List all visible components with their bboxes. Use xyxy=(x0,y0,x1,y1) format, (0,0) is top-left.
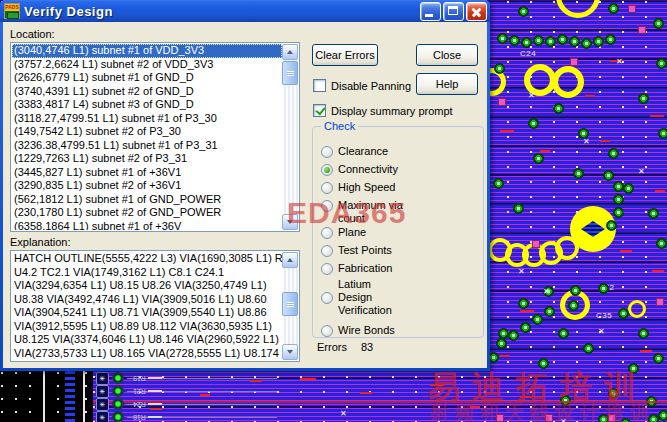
pcb-component-row: R18 xyxy=(93,411,283,422)
location-item[interactable]: (3290,835 L1) subnet #2 of +36V1 xyxy=(12,179,282,193)
pads-app-icon: PADS xyxy=(4,3,20,19)
pcb-rdash xyxy=(540,150,550,152)
location-item[interactable]: (2626,6779 L1) subnet #1 of GND_D xyxy=(12,71,282,85)
location-item[interactable]: (3757.2,6624 L1) subnet #2 of VDD_3V3 xyxy=(12,58,282,72)
pcb-component-row: R21 xyxy=(93,385,283,398)
pcb-gdot xyxy=(528,118,539,129)
screen: C24 T2 C35 ✕✕✕✕✕✕✕✕✕ R19 R21 R24 R18 xyxy=(0,0,667,422)
close-button[interactable] xyxy=(466,2,487,21)
explanation-line[interactable]: VIA(3904,5241 L1) U8.71 VIA(3909,5540 L1… xyxy=(12,306,282,320)
location-item[interactable]: (3740,4391 L1) subnet #2 of GND_D xyxy=(12,85,282,99)
scrollbar-thumb[interactable] xyxy=(282,61,298,85)
explanation-scrollbar[interactable] xyxy=(282,252,298,360)
pcb-gdot xyxy=(653,18,664,29)
explanation-line[interactable]: VIA(3294,6354 L1) U8.15 U8.26 VIA(3250,4… xyxy=(12,279,282,293)
scroll-up-icon[interactable] xyxy=(282,252,298,268)
explanation-line[interactable]: VIA(3912,5595 L1) U8.89 U8.112 VIA(3630,… xyxy=(12,320,282,334)
component-icon xyxy=(96,372,109,385)
pcb-ref-label: C24 xyxy=(520,50,536,58)
via-icon xyxy=(112,385,124,397)
scroll-up-icon[interactable] xyxy=(282,44,298,60)
display-summary-label: Display summary prompt xyxy=(331,105,453,117)
location-item[interactable]: (3383,4817 L4) subnet #3 of GND_D xyxy=(12,98,282,112)
radio-row-wire-bonds[interactable]: Wire Bonds xyxy=(321,324,395,337)
chinese-watermark-line2: 射频和天线设计培训 xyxy=(430,400,655,422)
pcb-gdot xyxy=(544,306,555,317)
location-item[interactable]: (149,7542 L1) subnet #2 of P3_30 xyxy=(12,125,282,139)
radio-row-clearance[interactable]: Clearance xyxy=(321,145,388,158)
titlebar[interactable]: PADS Verify Design xyxy=(0,0,490,22)
disable-panning-checkbox[interactable] xyxy=(313,79,326,92)
explanation-listbox[interactable]: HATCH OUTLINE(5555,4222 L3) VIA(1690,308… xyxy=(10,250,300,362)
pcb-xmark: ✕ xyxy=(616,58,623,66)
pcb-gdot xyxy=(573,168,584,179)
scroll-down-icon[interactable] xyxy=(282,344,298,360)
pcb-gdot xyxy=(568,300,579,311)
explanation-line[interactable]: VIA(2733,5733 L1) U8.165 VIA(2728,5555 L… xyxy=(12,347,282,361)
radio-row-connectivity[interactable]: Connectivity xyxy=(321,163,398,176)
pcb-gdot xyxy=(518,298,529,309)
pcb-gdot xyxy=(608,3,619,14)
pcb-rdash xyxy=(300,378,316,380)
close-dialog-button[interactable]: Close xyxy=(416,44,478,66)
pcb-gdot xyxy=(605,34,616,45)
pcb-rdash xyxy=(620,250,632,252)
pcb-xmark: ✕ xyxy=(543,288,550,296)
pcb-gdot xyxy=(658,410,667,421)
pcb-gdot xyxy=(618,308,629,319)
pcb-rdash xyxy=(640,350,652,352)
location-item[interactable]: (230,1780 L1) subnet #2 of GND_POWER xyxy=(12,206,282,220)
pcb-rdash xyxy=(655,190,665,192)
disable-panning-label: Disable Panning xyxy=(331,80,411,92)
pcb-gdot xyxy=(581,38,592,49)
explanation-line[interactable]: HATCH OUTLINE(5555,4222 L3) VIA(1690,308… xyxy=(12,252,282,266)
pcb-gdot xyxy=(613,181,624,192)
pcb-gdot xyxy=(598,283,609,294)
display-summary-checkbox[interactable] xyxy=(313,104,326,117)
location-item[interactable]: (3040,4746 L1) subnet #1 of VDD_3V3 xyxy=(12,44,282,58)
test-points-radio[interactable] xyxy=(321,245,333,257)
clearance-radio[interactable] xyxy=(321,146,333,158)
wire-bonds-radio[interactable] xyxy=(321,325,333,337)
pcb-pad-ring xyxy=(552,66,584,98)
pcb-xmark: ✕ xyxy=(598,328,605,336)
location-item[interactable]: (1229,7263 L1) subnet #2 of P3_31 xyxy=(12,152,282,166)
pcb-rdash xyxy=(650,115,664,117)
pcb-gdot xyxy=(520,322,531,333)
location-item[interactable]: (3236.38,4799.51 L1) subnet #1 of P3_31 xyxy=(12,139,282,153)
radio-row-test-points[interactable]: Test Points xyxy=(321,244,392,257)
location-label: Location: xyxy=(10,28,55,40)
maximize-button[interactable] xyxy=(443,2,464,21)
pcb-gdot xyxy=(658,128,667,139)
pcb-gdot xyxy=(656,238,667,249)
component-icon xyxy=(96,398,109,411)
radio-row-latium[interactable]: Latium Design Verification xyxy=(321,278,396,317)
high-speed-radio[interactable] xyxy=(321,182,333,194)
location-item[interactable]: (3445,827 L1) subnet #1 of +36V1 xyxy=(12,166,282,180)
pcb-gdot xyxy=(653,353,664,364)
pcb-rdash xyxy=(520,310,534,312)
pcb-gdot xyxy=(656,58,667,69)
location-item[interactable]: (3118.27,4799.51 L1) subnet #1 of P3_30 xyxy=(12,112,282,126)
radio-row-fabrication[interactable]: Fabrication xyxy=(321,262,392,275)
explanation-line[interactable]: U4.2 TC2.1 VIA(1749,3162 L1) C8.1 C24.1 xyxy=(12,266,282,280)
minimize-button[interactable] xyxy=(420,2,441,21)
pcb-gdot xyxy=(532,314,543,325)
scrollbar-thumb[interactable] xyxy=(282,292,298,316)
connectivity-radio[interactable] xyxy=(321,164,333,176)
location-item[interactable]: (6358,1864 L1) subnet #1 of +36V xyxy=(12,220,282,231)
display-summary-row[interactable]: Display summary prompt xyxy=(313,104,453,117)
pcb-grid-line xyxy=(83,371,85,422)
pcb-component-row: R24 xyxy=(93,398,283,411)
location-item[interactable]: (562,1812 L1) subnet #1 of GND_POWER xyxy=(12,193,282,207)
radio-row-high-speed[interactable]: High Speed xyxy=(321,181,396,194)
disable-panning-row[interactable]: Disable Panning xyxy=(313,79,411,92)
latium-radio[interactable] xyxy=(321,292,333,304)
explanation-line[interactable]: U8.38 VIA(3492,4746 L1) VIA(3909,5016 L1… xyxy=(12,293,282,307)
pcb-gdot xyxy=(509,35,520,46)
location-listbox[interactable]: (3040,4746 L1) subnet #1 of VDD_3V3 (375… xyxy=(10,42,300,232)
fabrication-radio[interactable] xyxy=(321,263,333,275)
help-button[interactable]: Help xyxy=(416,73,478,95)
explanation-line[interactable]: U8.125 VIA(3374,6046 L1) U8.146 VIA(2960… xyxy=(12,333,282,347)
clear-errors-button[interactable]: Clear Errors xyxy=(312,44,378,66)
